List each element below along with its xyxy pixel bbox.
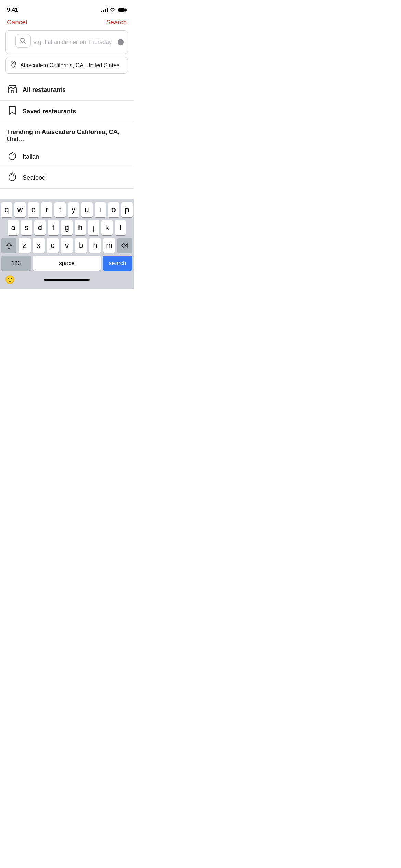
keyboard-emoji-row: 🙂 (0, 273, 134, 289)
key-o[interactable]: o (108, 202, 119, 217)
location-container[interactable]: Atascadero California, CA, United States (5, 57, 128, 74)
bookmark-icon (7, 106, 18, 117)
key-m[interactable]: m (103, 238, 115, 253)
menu-item-saved-restaurants[interactable]: Saved restaurants (0, 101, 134, 122)
store-icon (7, 84, 18, 96)
svg-point-5 (13, 63, 14, 64)
saved-restaurants-label: Saved restaurants (23, 108, 76, 115)
key-w[interactable]: w (14, 202, 26, 217)
key-u[interactable]: u (81, 202, 93, 217)
key-e[interactable]: e (28, 202, 39, 217)
key-s[interactable]: s (21, 220, 32, 235)
shift-key[interactable] (1, 238, 16, 253)
key-c[interactable]: c (47, 238, 59, 253)
search-input-container[interactable] (5, 30, 128, 54)
key-r[interactable]: r (41, 202, 52, 217)
key-a[interactable]: a (8, 220, 19, 235)
key-b[interactable]: b (75, 238, 87, 253)
key-y[interactable]: y (68, 202, 79, 217)
trending-header: Trending in Atascadero California, CA, U… (0, 122, 134, 146)
key-x[interactable]: x (33, 238, 45, 253)
key-h[interactable]: h (75, 220, 86, 235)
cancel-button[interactable]: Cancel (7, 19, 27, 26)
trending-italian-label: Italian (23, 153, 39, 160)
trending-flame-icon-seafood (7, 172, 18, 183)
nav-bar: Cancel Search (0, 16, 134, 30)
location-text: Atascadero California, CA, United States (20, 62, 119, 69)
trending-item-seafood[interactable]: Seafood (0, 167, 134, 188)
wifi-icon (110, 8, 116, 12)
key-space[interactable]: space (33, 256, 101, 271)
status-icons (101, 8, 127, 12)
battery-icon (118, 8, 127, 12)
key-p[interactable]: p (121, 202, 133, 217)
all-restaurants-label: All restaurants (23, 86, 66, 94)
keyboard-row-1: q w e r t y u i o p (1, 202, 132, 217)
key-j[interactable]: j (88, 220, 99, 235)
svg-rect-2 (118, 8, 125, 12)
trending-flame-icon-italian (7, 151, 18, 162)
search-input[interactable] (33, 39, 118, 46)
key-g[interactable]: g (61, 220, 72, 235)
key-i[interactable]: i (95, 202, 106, 217)
svg-rect-7 (11, 90, 13, 93)
key-search[interactable]: search (103, 256, 132, 271)
home-indicator (44, 279, 90, 281)
keyboard-bottom-row: 123 space search (0, 256, 134, 273)
search-nav-button[interactable]: Search (106, 19, 127, 26)
status-time: 9:41 (7, 7, 18, 13)
emoji-button[interactable]: 🙂 (5, 275, 15, 285)
key-l[interactable]: l (115, 220, 126, 235)
search-icon (15, 34, 31, 48)
delete-key[interactable] (117, 238, 132, 253)
svg-line-4 (24, 42, 25, 43)
trending-seafood-label: Seafood (23, 174, 46, 181)
menu-list: All restaurants Saved restaurants (0, 79, 134, 122)
key-n[interactable]: n (89, 238, 101, 253)
key-123[interactable]: 123 (1, 256, 31, 271)
key-z[interactable]: z (19, 238, 31, 253)
status-bar: 9:41 (0, 0, 134, 16)
key-k[interactable]: k (101, 220, 113, 235)
menu-item-all-restaurants[interactable]: All restaurants (0, 79, 134, 101)
key-d[interactable]: d (34, 220, 46, 235)
signal-bars-icon (101, 8, 108, 12)
key-t[interactable]: t (54, 202, 66, 217)
keyboard: q w e r t y u i o p a s d f g h j k l (0, 199, 134, 289)
key-f[interactable]: f (48, 220, 59, 235)
cursor-dot (118, 39, 124, 45)
svg-rect-1 (126, 9, 127, 11)
keyboard-row-2: a s d f g h j k l (1, 220, 132, 235)
keyboard-rows: q w e r t y u i o p a s d f g h j k l (0, 199, 134, 253)
trending-list: Italian Seafood (0, 146, 134, 189)
key-q[interactable]: q (1, 202, 12, 217)
trending-item-italian[interactable]: Italian (0, 146, 134, 167)
keyboard-row-3: z x c v b n m (1, 238, 132, 253)
location-pin-icon (10, 61, 17, 70)
key-v[interactable]: v (61, 238, 73, 253)
